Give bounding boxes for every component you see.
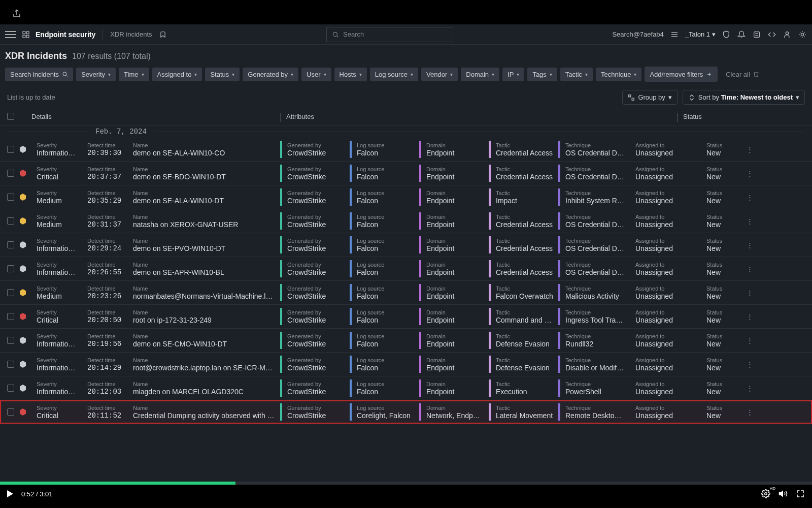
filter-tactic[interactable]: Tactic▾ [560, 68, 593, 81]
filter-severity[interactable]: Severity▾ [76, 68, 116, 81]
svg-rect-2 [26, 31, 29, 34]
filter-domain[interactable]: Domain▾ [461, 68, 499, 81]
row-checkbox[interactable] [7, 194, 14, 201]
row-checkbox[interactable] [7, 408, 14, 416]
svg-rect-3 [23, 35, 25, 38]
row-actions-menu[interactable]: ⋮ [742, 379, 757, 397]
row-actions-menu[interactable]: ⋮ [742, 284, 757, 301]
bell-icon[interactable] [737, 30, 746, 39]
hd-badge: HD [769, 486, 775, 491]
filter-hosts[interactable]: Hosts▾ [334, 68, 367, 81]
row-actions-menu[interactable]: ⋮ [742, 356, 757, 373]
incident-row[interactable]: SeverityInformationalDetect time20:14:29… [0, 353, 812, 376]
cell-severity: SeverityMedium [31, 284, 82, 301]
breadcrumb[interactable]: XDR incidents [110, 30, 152, 38]
filter-tags[interactable]: Tags▾ [527, 68, 557, 81]
filter-ip[interactable]: IP▾ [502, 68, 524, 81]
global-search[interactable]: Search [326, 27, 453, 42]
row-checkbox[interactable] [7, 170, 14, 177]
cell-detect-time: Detect time20:12:03 [82, 379, 128, 397]
row-actions-menu[interactable]: ⋮ [742, 165, 757, 182]
incident-row[interactable]: SeverityCriticalDetect time20:20:50Namer… [0, 305, 812, 329]
group-by-button[interactable]: Group by ▾ [622, 90, 677, 105]
filter-user[interactable]: User▾ [301, 68, 331, 81]
incident-row[interactable]: SeverityInformationalDetect time20:29:24… [0, 233, 812, 257]
row-actions-menu[interactable]: ⋮ [742, 332, 757, 349]
row-checkbox[interactable] [7, 313, 14, 320]
filter-log-source[interactable]: Log source▾ [370, 68, 418, 81]
severity-icon [19, 385, 26, 392]
row-checkbox[interactable] [7, 146, 14, 153]
incident-row[interactable]: SeverityMediumDetect time20:23:26Namenor… [0, 281, 812, 305]
cell-generated-by: Generated byCrowdStrike [280, 188, 350, 206]
cell-status: StatusNew [701, 212, 742, 230]
cell-status: StatusNew [701, 308, 742, 325]
cell-technique: TechniqueInhibit System Reco… [558, 188, 630, 206]
menu-icon[interactable] [5, 31, 16, 38]
row-checkbox[interactable] [7, 265, 14, 272]
row-actions-menu[interactable]: ⋮ [742, 308, 757, 325]
row-checkbox[interactable] [7, 385, 14, 392]
fullscreen-icon[interactable] [796, 489, 805, 498]
severity-icon [19, 265, 26, 272]
list-icon[interactable] [670, 30, 679, 39]
tenant-label[interactable]: Search@7aefab4 [612, 30, 663, 38]
row-checkbox[interactable] [7, 337, 14, 344]
filter-generated-by[interactable]: Generated by▾ [243, 68, 298, 81]
severity-icon [19, 408, 26, 416]
dashboard-icon[interactable] [21, 30, 30, 39]
filter-search-incidents[interactable]: Search incidents [5, 68, 73, 81]
filter-status[interactable]: Status▾ [205, 68, 240, 81]
user-menu[interactable]: _Talon 1 ▾ [685, 30, 716, 38]
svg-point-5 [333, 32, 337, 36]
incident-row[interactable]: SeverityInformationalDetect time20:19:56… [0, 329, 812, 353]
volume-icon[interactable] [779, 489, 788, 498]
share-icon[interactable] [12, 9, 21, 18]
incident-row[interactable]: SeverityInformationalDetect time20:12:03… [0, 376, 812, 400]
row-actions-menu[interactable]: ⋮ [742, 212, 757, 230]
filter-vendor[interactable]: Vendor▾ [421, 68, 458, 81]
incident-row[interactable]: SeverityCriticalDetect time20:37:37Named… [0, 162, 812, 185]
cell-generated-by: Generated byCrowdStrike [280, 141, 350, 158]
row-checkbox[interactable] [7, 241, 14, 248]
cell-log-source: Log sourceFalcon [350, 308, 419, 325]
row-actions-menu[interactable]: ⋮ [742, 141, 757, 158]
row-checkbox[interactable] [7, 289, 14, 296]
filter-assigned-to[interactable]: Assigned to▾ [152, 68, 202, 81]
shield-icon[interactable] [722, 30, 731, 39]
incident-row[interactable]: SeverityInformationalDetect time20:26:55… [0, 257, 812, 281]
row-actions-menu[interactable]: ⋮ [742, 260, 757, 277]
clear-all-filters[interactable]: Clear all [721, 68, 764, 81]
play-button[interactable] [7, 490, 13, 497]
row-checkbox[interactable] [7, 217, 14, 225]
incident-row[interactable]: SeverityCriticalDetect time20:11:52NameC… [0, 400, 812, 424]
cell-generated-by: Generated byCrowdStrike [280, 284, 350, 301]
settings-icon[interactable]: HD [761, 489, 770, 498]
sun-icon[interactable] [798, 30, 807, 39]
incident-row[interactable]: SeverityMediumDetect time20:35:29Namedem… [0, 185, 812, 209]
profile-icon[interactable] [783, 30, 792, 39]
col-attributes-header: Attributes [286, 113, 677, 122]
cell-generated-by: Generated byCrowdStrike [280, 260, 350, 277]
cell-log-source: Log sourceFalcon [350, 284, 419, 301]
row-checkbox[interactable] [7, 361, 14, 368]
column-header: Details Attributes Status [0, 108, 812, 125]
row-actions-menu[interactable]: ⋮ [742, 236, 757, 253]
filter-technique[interactable]: Technique▾ [596, 68, 641, 81]
select-all-checkbox[interactable] [7, 113, 14, 120]
severity-icon [19, 217, 26, 225]
incident-row[interactable]: SeverityInformationalDetect time20:39:30… [0, 138, 812, 162]
cell-status: StatusNew [701, 379, 742, 397]
filter-time[interactable]: Time▾ [119, 68, 149, 81]
svg-line-18 [804, 36, 805, 37]
video-progress-track[interactable] [0, 482, 812, 485]
feed-icon[interactable] [752, 30, 761, 39]
sort-button[interactable]: Sort by Time: Newest to oldest ▾ [683, 90, 805, 105]
code-icon[interactable] [767, 30, 776, 39]
cell-technique: TechniqueOS Credential Dum… [558, 165, 630, 182]
incident-row[interactable]: SeverityMediumDetect time20:31:37Namenat… [0, 209, 812, 233]
row-actions-menu[interactable]: ⋮ [742, 188, 757, 206]
add-remove-filters[interactable]: Add/remove filters ＋ [645, 67, 718, 82]
bookmark-icon[interactable] [158, 30, 167, 39]
row-actions-menu[interactable]: ⋮ [742, 403, 757, 421]
